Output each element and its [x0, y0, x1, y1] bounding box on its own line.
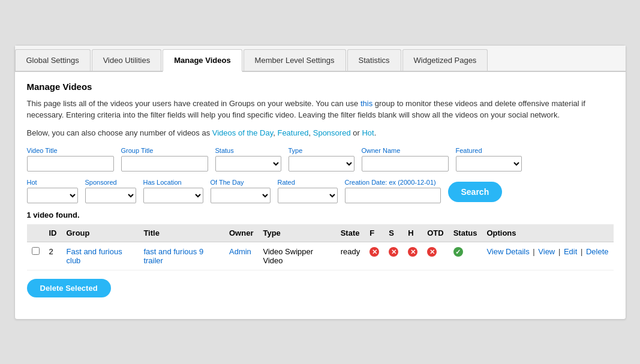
page-title: Manage Videos [27, 82, 614, 92]
status-select[interactable]: Active Inactive [215, 156, 281, 172]
th-owner: Owner [224, 224, 258, 242]
hot-link[interactable]: Hot [362, 128, 374, 137]
has-location-label: Has Location [143, 179, 203, 186]
group-title-label: Group Title [121, 147, 208, 154]
status-check-icon: ✓ [453, 247, 463, 257]
creation-date-label: Creation Date: ex (2000-12-01) [345, 179, 441, 186]
filter-of-the-day: Of The Day Yes No [211, 179, 271, 203]
of-the-day-label: Of The Day [211, 179, 271, 186]
sponsored-link[interactable]: Sponsored [313, 128, 351, 137]
row-h: ✕ [403, 242, 422, 270]
status-label: Status [215, 147, 281, 154]
videos-table: ID Group Title Owner Type State F S H OT… [27, 224, 614, 270]
s-icon: ✕ [389, 247, 398, 257]
hot-label: Hot [27, 179, 78, 186]
delete-selected-button[interactable]: Delete Selected [27, 279, 111, 297]
title-link[interactable]: fast and furious 9 trailer [143, 247, 203, 265]
row-checkbox[interactable] [32, 247, 40, 255]
th-otd: OTD [422, 224, 448, 242]
th-checkbox [27, 224, 44, 242]
row-f: ✕ [365, 242, 384, 270]
owner-name-label: Owner Name [362, 147, 449, 154]
row-otd: ✕ [422, 242, 448, 270]
table-row: 2 Fast and furious club fast and furious… [27, 242, 614, 270]
th-h: H [403, 224, 422, 242]
filter-row-2: Hot Yes No Sponsored Yes No Has Location [27, 179, 614, 203]
filter-row-1: Video Title Group Title Status Active In… [27, 147, 614, 172]
subtext: Below, you can also choose any number of… [27, 128, 614, 137]
th-state: State [336, 224, 365, 242]
row-owner: Admin [224, 242, 258, 270]
filter-sponsored: Sponsored Yes No [85, 179, 136, 203]
otd-icon: ✕ [427, 247, 437, 257]
featured-select[interactable]: Yes No [456, 156, 522, 172]
tab-global-settings[interactable]: Global Settings [15, 49, 91, 71]
video-title-input[interactable] [27, 156, 114, 172]
row-group: Fast and furious club [62, 242, 139, 270]
th-group: Group [62, 224, 139, 242]
rated-select[interactable]: Yes No [278, 188, 338, 203]
this-link[interactable]: this [360, 99, 372, 108]
video-title-label: Video Title [27, 147, 114, 154]
filter-featured: Featured Yes No [456, 147, 522, 172]
f-icon: ✕ [369, 247, 379, 257]
row-state: ready [336, 242, 365, 270]
of-the-day-select[interactable]: Yes No [211, 188, 271, 203]
h-icon: ✕ [408, 247, 417, 257]
sponsored-label: Sponsored [85, 179, 136, 186]
th-status: Status [449, 224, 482, 242]
view-link[interactable]: View [538, 247, 555, 256]
filter-owner-name: Owner Name [362, 147, 449, 172]
row-type: Video Swipper Video [258, 242, 335, 270]
th-f: F [365, 224, 384, 242]
tab-statistics[interactable]: Statistics [347, 49, 401, 71]
videos-of-the-day-link[interactable]: Videos of the Day [212, 128, 273, 137]
filter-group-title: Group Title [121, 147, 208, 172]
row-s: ✕ [384, 242, 403, 270]
featured-label: Featured [456, 147, 522, 154]
th-title: Title [139, 224, 224, 242]
filter-has-location: Has Location Yes No [143, 179, 203, 203]
owner-name-input[interactable] [362, 156, 449, 172]
tab-manage-videos[interactable]: Manage Videos [163, 49, 242, 72]
tabs-bar: Global Settings Video Utilities Manage V… [15, 46, 626, 72]
row-checkbox-cell [27, 242, 44, 270]
th-id: ID [44, 224, 62, 242]
type-label: Type [289, 147, 354, 154]
edit-link[interactable]: Edit [564, 247, 577, 256]
group-link[interactable]: Fast and furious club [67, 247, 122, 265]
th-s: S [384, 224, 403, 242]
filter-hot: Hot Yes No [27, 179, 78, 203]
tab-widgetized-pages[interactable]: Widgetized Pages [402, 49, 488, 71]
view-details-link[interactable]: View Details [486, 247, 529, 256]
search-button[interactable]: Search [448, 182, 503, 202]
table-header-row: ID Group Title Owner Type State F S H OT… [27, 224, 614, 242]
tab-video-utilities[interactable]: Video Utilities [92, 49, 162, 71]
has-location-select[interactable]: Yes No [143, 188, 203, 203]
row-status: ✓ [449, 242, 482, 270]
filter-creation-date: Creation Date: ex (2000-12-01) [345, 179, 441, 203]
row-options: View Details | View | Edit | Delete [482, 242, 613, 270]
hot-select[interactable]: Yes No [27, 188, 78, 203]
th-options: Options [482, 224, 613, 242]
featured-link[interactable]: Featured [277, 128, 308, 137]
row-id: 2 [44, 242, 62, 270]
type-select[interactable]: Video Swipper Video Other [289, 156, 354, 172]
filter-type: Type Video Swipper Video Other [289, 147, 354, 172]
group-title-input[interactable] [121, 156, 208, 172]
row-title: fast and furious 9 trailer [139, 242, 224, 270]
delete-link[interactable]: Delete [586, 247, 609, 256]
sponsored-select[interactable]: Yes No [85, 188, 136, 203]
th-type: Type [258, 224, 335, 242]
filter-status: Status Active Inactive [215, 147, 281, 172]
owner-link[interactable]: Admin [229, 247, 251, 256]
filter-video-title: Video Title [27, 147, 114, 172]
rated-label: Rated [278, 179, 338, 186]
description-text: This page lists all of the videos your u… [27, 98, 614, 121]
creation-date-input[interactable] [345, 188, 441, 203]
results-count: 1 video found. [27, 210, 614, 219]
tab-member-level-settings[interactable]: Member Level Settings [244, 49, 346, 71]
filter-rated: Rated Yes No [278, 179, 338, 203]
